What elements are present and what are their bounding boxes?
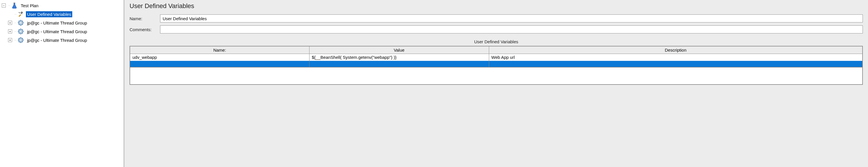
variables-table[interactable]: Name: Value Description udv_webapp ${__B…	[129, 46, 863, 67]
cell-name[interactable]: udv_webapp	[130, 54, 309, 61]
variables-table-section: User Defined Variables Name: Value Descr…	[129, 39, 863, 85]
tree-item-threadgroup-1[interactable]: + ⋯ jp@gc - Ultimate Thread Group	[0, 19, 124, 27]
table-row-selected-empty[interactable]	[130, 61, 863, 67]
tree-connector: ⋯	[7, 4, 11, 7]
svg-point-12	[20, 31, 22, 33]
tree-connector: ⋯	[13, 13, 17, 16]
tools-icon	[17, 11, 24, 18]
table-row[interactable]: udv_webapp ${__BeanShell( System.getenv(…	[130, 54, 863, 61]
comments-label: Comments:	[129, 27, 157, 32]
svg-point-2	[20, 22, 22, 24]
cell-description[interactable]	[489, 61, 863, 67]
tree-root-test-plan[interactable]: − ⋯ Test Plan	[0, 1, 124, 10]
tree-item-label: jp@gc - Ultimate Thread Group	[26, 20, 88, 26]
expand-icon[interactable]: +	[8, 38, 12, 42]
svg-rect-0	[13, 3, 15, 3]
tree-connector: ⋯	[13, 22, 17, 24]
expand-icon[interactable]: +	[8, 29, 12, 33]
comments-input[interactable]	[160, 25, 863, 33]
cell-value[interactable]: ${__BeanShell( System.getenv("webapp") )…	[309, 54, 489, 61]
col-header-value[interactable]: Value	[309, 46, 489, 54]
tree-spacer	[8, 12, 12, 16]
svg-line-19	[19, 33, 19, 33]
col-header-description[interactable]: Description	[489, 46, 863, 54]
panel-title: User Defined Variables	[129, 2, 863, 10]
cell-name[interactable]	[130, 61, 309, 67]
svg-line-20	[22, 29, 23, 30]
cell-description[interactable]: Web App url	[489, 54, 863, 61]
table-empty-area[interactable]	[129, 67, 863, 85]
svg-line-9	[19, 24, 19, 25]
main-panel: User Defined Variables Name: Comments: U…	[124, 0, 868, 167]
table-section-title: User Defined Variables	[129, 39, 863, 44]
svg-line-28	[22, 41, 23, 42]
tree-root-label: Test Plan	[20, 3, 40, 9]
svg-line-7	[19, 21, 19, 21]
gear-icon	[17, 19, 24, 26]
svg-line-8	[22, 24, 23, 25]
tree-item-label: jp@gc - Ultimate Thread Group	[26, 29, 88, 35]
svg-line-27	[19, 38, 19, 39]
tree-item-threadgroup-3[interactable]: + ⋯ jp@gc - Ultimate Thread Group	[0, 36, 124, 45]
collapse-icon[interactable]: −	[2, 3, 6, 7]
name-input[interactable]	[160, 15, 863, 23]
tree-item-label: jp@gc - Ultimate Thread Group	[26, 37, 88, 43]
comments-row: Comments:	[129, 25, 863, 33]
tree-connector: ⋯	[13, 30, 17, 33]
cell-value[interactable]	[309, 61, 489, 67]
svg-line-10	[22, 21, 23, 21]
tree-item-label: User Defined Variables	[26, 11, 72, 17]
tree-panel: − ⋯ Test Plan ⋯ User Defined Variables +…	[0, 0, 124, 167]
tree-item-udv[interactable]: ⋯ User Defined Variables	[0, 10, 124, 19]
svg-line-29	[19, 41, 19, 42]
gear-icon	[17, 28, 24, 35]
tree-item-threadgroup-2[interactable]: + ⋯ jp@gc - Ultimate Thread Group	[0, 27, 124, 36]
name-row: Name:	[129, 15, 863, 23]
col-header-name[interactable]: Name:	[130, 46, 309, 54]
svg-line-30	[22, 38, 23, 39]
gear-icon	[17, 37, 24, 44]
svg-line-18	[22, 33, 23, 33]
tree-connector: ⋯	[13, 39, 17, 41]
name-label: Name:	[129, 16, 157, 21]
svg-line-17	[19, 29, 19, 30]
flask-icon	[11, 2, 18, 9]
expand-icon[interactable]: +	[8, 21, 12, 25]
svg-point-22	[20, 39, 22, 41]
table-header-row: Name: Value Description	[130, 46, 863, 54]
